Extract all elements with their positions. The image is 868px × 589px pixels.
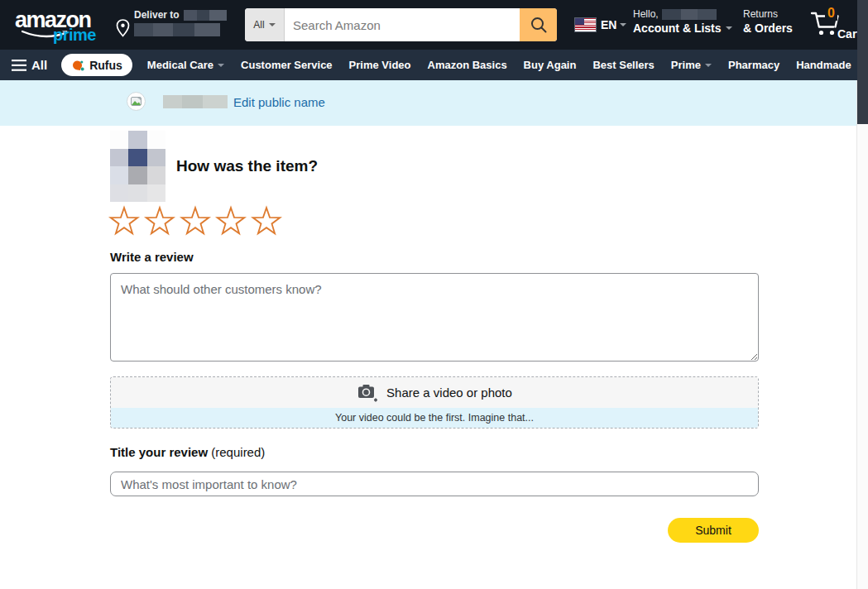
amazon-prime-logo[interactable]: amazon prime [15, 7, 101, 42]
title-review-label: Title your review (required) [110, 445, 265, 459]
redacted-address-block [134, 23, 220, 36]
edit-public-name-link[interactable]: Edit public name [233, 95, 325, 109]
page-title: How was the item? [176, 157, 318, 175]
nav-item-handmade[interactable]: Handmade [796, 59, 851, 71]
search-category-dropdown[interactable]: All [245, 8, 285, 41]
nav-rufus-button[interactable]: Rufus [61, 54, 132, 76]
star-icon[interactable] [143, 204, 176, 237]
product-image-pixel [110, 166, 128, 184]
camera-plus-icon [357, 383, 378, 403]
chevron-down-icon [726, 26, 732, 30]
chevron-down-icon [705, 64, 712, 67]
redacted-username-block [662, 9, 717, 20]
rufus-label: Rufus [89, 59, 122, 72]
location-pin-icon [116, 19, 130, 37]
product-image-pixel [147, 184, 165, 203]
nav-item-pharmacy[interactable]: Pharmacy [728, 59, 779, 71]
orders-label: & Orders [743, 22, 793, 35]
search-bar: All [245, 8, 557, 41]
product-image-pixel [128, 149, 146, 167]
chevron-down-icon [269, 23, 276, 26]
nav-all-label: All [31, 58, 47, 72]
nav-all-menu[interactable]: All [12, 58, 47, 72]
product-image-pixel [128, 166, 146, 184]
star-icon[interactable] [108, 204, 141, 237]
nav-item-prime-video[interactable]: Prime Video [349, 59, 411, 71]
secondary-nav: All Rufus Medical Care Customer Service … [0, 50, 868, 80]
search-submit-button[interactable] [520, 8, 557, 41]
greeting-text: Hello, [633, 8, 659, 20]
us-flag-icon [575, 18, 596, 31]
search-category-value: All [253, 19, 264, 31]
cart-count-badge: 0 [825, 6, 837, 21]
product-image-pixel [110, 184, 128, 203]
search-input[interactable] [285, 8, 520, 41]
avatar [127, 92, 146, 111]
scrollbar-thumb[interactable] [857, 0, 868, 124]
deliver-to-selector[interactable]: Deliver to [116, 7, 223, 42]
returns-label: Returns [743, 8, 793, 20]
hamburger-menu-icon [12, 60, 26, 71]
media-upload-dropzone[interactable]: Share a video or photo Your video could … [110, 376, 759, 429]
nav-item-buy-again[interactable]: Buy Again [524, 59, 577, 71]
star-icon[interactable] [250, 204, 283, 237]
star-icon[interactable] [179, 204, 212, 237]
prime-logo-text: prime [53, 26, 96, 45]
title-required-suffix: (required) [208, 445, 265, 459]
product-image-pixel [147, 149, 165, 167]
redacted-name-block [184, 10, 227, 21]
product-image-pixel [147, 131, 165, 149]
star-rating-selector [108, 204, 283, 237]
chevron-down-icon [620, 23, 626, 26]
review-title-input[interactable] [110, 472, 759, 496]
review-text-input[interactable] [110, 273, 759, 362]
product-image-pixel [110, 131, 128, 149]
nav-links: Medical Care Customer Service Prime Vide… [147, 59, 851, 71]
nav-item-best-sellers[interactable]: Best Sellers [592, 59, 654, 71]
product-image-pixel [128, 184, 146, 203]
write-review-label: Write a review [110, 250, 194, 264]
language-selector[interactable]: EN [601, 18, 626, 31]
nav-item-customer-service[interactable]: Customer Service [241, 59, 333, 71]
rufus-icon [71, 59, 84, 72]
top-header: amazon prime Deliver to All [0, 0, 868, 50]
media-upload-label: Share a video or photo [386, 385, 512, 400]
product-image-pixel [128, 131, 146, 149]
account-lists-label: Account & Lists [633, 22, 722, 35]
nav-item-medical-care[interactable]: Medical Care [147, 59, 224, 71]
image-placeholder-icon [131, 97, 141, 106]
search-icon [530, 16, 548, 34]
language-code: EN [601, 18, 616, 31]
product-image-pixel [147, 166, 165, 184]
nav-item-amazon-basics[interactable]: Amazon Basics [428, 59, 507, 71]
cart-button[interactable]: 0 Cart [805, 6, 863, 45]
returns-orders-link[interactable]: Returns & Orders [743, 8, 793, 35]
nav-item-prime[interactable]: Prime [671, 59, 712, 71]
redacted-public-name-block [163, 95, 228, 108]
chevron-down-icon [218, 64, 224, 67]
media-upload-hint: Your video could be the first. Imagine t… [335, 412, 534, 424]
account-menu[interactable]: Hello, Account & Lists [633, 8, 732, 35]
product-image-pixel [110, 149, 128, 167]
product-image [110, 131, 165, 202]
deliver-to-label: Deliver to [134, 9, 180, 21]
star-icon[interactable] [214, 204, 247, 237]
scrollbar-track[interactable] [856, 80, 868, 589]
submit-button[interactable]: Submit [668, 518, 759, 543]
